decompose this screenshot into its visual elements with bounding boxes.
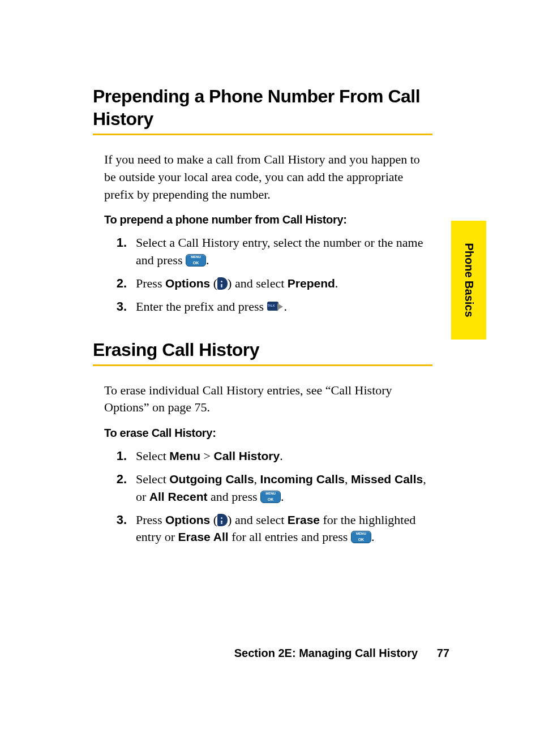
bold-text: Menu bbox=[169, 449, 200, 462]
subhead-1: To prepend a phone number from Call Hist… bbox=[104, 213, 432, 226]
bold-text: Options bbox=[165, 277, 210, 290]
step-text: Enter the prefix and press bbox=[136, 299, 267, 313]
step-text: . bbox=[335, 276, 338, 290]
heading-prepending: Prepending a Phone Number From Call Hist… bbox=[93, 85, 432, 130]
step-number: 1. bbox=[104, 234, 127, 252]
intro-text-2: To erase individual Call History entries… bbox=[104, 382, 432, 417]
step-item: 2. Select Outgoing Calls, Incoming Calls… bbox=[104, 471, 432, 506]
heading-erasing: Erasing Call History bbox=[93, 338, 432, 361]
step-number: 3. bbox=[104, 298, 127, 316]
step-item: 3. Press Options () and select Erase for… bbox=[104, 512, 432, 547]
step-text: . bbox=[280, 449, 283, 463]
right-softkey-icon bbox=[217, 277, 228, 290]
step-number: 1. bbox=[104, 448, 127, 465]
step-text: . bbox=[281, 489, 284, 504]
step-number: 2. bbox=[104, 275, 127, 293]
step-text: > bbox=[200, 449, 213, 463]
step-text: Press bbox=[136, 276, 165, 290]
bold-text: Erase All bbox=[178, 530, 229, 543]
step-text: ( bbox=[210, 513, 217, 527]
step-text: . bbox=[284, 299, 288, 313]
step-text: Select bbox=[136, 449, 169, 463]
page-content: Prepending a Phone Number From Call Hist… bbox=[93, 85, 432, 563]
bold-text: Options bbox=[165, 513, 210, 526]
page-footer: Section 2E: Managing Call History 77 bbox=[234, 647, 449, 660]
step-item: 3. Enter the prefix and press . bbox=[104, 298, 432, 316]
bold-text: Outgoing Calls bbox=[169, 472, 254, 486]
bold-text: All Recent bbox=[149, 490, 208, 503]
heading-rule bbox=[93, 364, 432, 366]
step-item: 1. Select Menu > Call History. bbox=[104, 448, 432, 465]
intro-text-1: If you need to make a call from Call His… bbox=[104, 151, 432, 203]
steps-list-1: 1. Select a Call History entry, select t… bbox=[104, 234, 432, 315]
step-text: . bbox=[206, 253, 209, 267]
bold-text: Prepend bbox=[288, 277, 335, 290]
manual-page: Phone Basics Prepending a Phone Number F… bbox=[0, 0, 540, 756]
step-text: , bbox=[254, 472, 260, 486]
menu-ok-key-icon bbox=[186, 254, 206, 267]
step-text: Select bbox=[136, 472, 169, 486]
step-number: 3. bbox=[104, 512, 127, 529]
step-text: ) and select bbox=[228, 513, 288, 527]
footer-section-label: Section 2E: Managing Call History bbox=[234, 647, 418, 659]
talk-key-icon bbox=[267, 302, 284, 312]
step-text: . bbox=[371, 530, 375, 544]
step-text: Select a Call History entry, select the … bbox=[136, 235, 423, 267]
bold-text: Incoming Calls bbox=[260, 472, 345, 486]
menu-ok-key-icon bbox=[260, 491, 281, 503]
bold-text: Call History bbox=[214, 449, 280, 462]
bold-text: Missed Calls bbox=[351, 472, 423, 486]
section-tab-label: Phone Basics bbox=[462, 243, 475, 317]
bold-text: Erase bbox=[288, 513, 320, 526]
step-number: 2. bbox=[104, 471, 127, 488]
step-text: for all entries and press bbox=[229, 530, 351, 544]
step-text: ( bbox=[210, 276, 217, 290]
menu-ok-key-icon bbox=[351, 531, 371, 543]
step-item: 1. Select a Call History entry, select t… bbox=[104, 234, 432, 269]
step-text: Press bbox=[136, 513, 165, 527]
steps-list-2: 1. Select Menu > Call History. 2. Select… bbox=[104, 448, 432, 546]
step-item: 2. Press Options () and select Prepend. bbox=[104, 275, 432, 293]
page-number: 77 bbox=[437, 647, 449, 659]
section-tab: Phone Basics bbox=[451, 221, 486, 340]
right-softkey-icon bbox=[217, 514, 228, 526]
step-text: , bbox=[345, 472, 351, 486]
step-text: ) and select bbox=[228, 276, 288, 290]
heading-rule bbox=[93, 134, 432, 135]
subhead-2: To erase Call History: bbox=[104, 427, 432, 440]
step-text: and press bbox=[208, 489, 260, 504]
